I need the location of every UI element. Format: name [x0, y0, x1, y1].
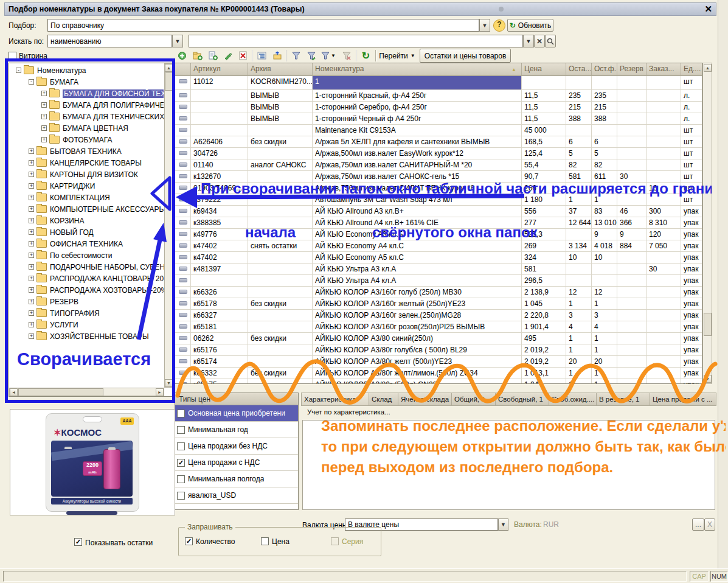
copy-button[interactable]: [206, 49, 220, 62]
tree-item[interactable]: +БУМАГА ДЛЯ ТЕХНИЧЕСКИХ: [10, 111, 164, 122]
price-type-checkbox[interactable]: ✓: [177, 459, 185, 467]
table-row[interactable]: к65178без скидкиАЙКЬЮ КОЛОР А3/160г желт…: [175, 298, 702, 310]
expand-icon[interactable]: +: [29, 218, 34, 223]
tree-item[interactable]: +ФОТОБУМАГА: [10, 134, 164, 145]
tree-item[interactable]: +КАНЦЕЛЯРСКИЕ ТОВАРЫ: [10, 157, 164, 169]
tree-item[interactable]: +УСЛУГИ: [10, 319, 164, 330]
filter-settings-icon[interactable]: [304, 49, 318, 62]
hierarchy-view-icon[interactable]: [255, 49, 269, 62]
stock-column-4[interactable]: Общий, 1: [452, 393, 496, 406]
price-type-checkbox[interactable]: [177, 426, 185, 434]
delete-button[interactable]: [236, 49, 250, 62]
price-type-checkbox[interactable]: [177, 492, 185, 500]
table-vertical-scrollbar[interactable]: ▲ ▼: [702, 63, 712, 384]
price-type-row[interactable]: Основная цена приобретени: [175, 405, 298, 422]
stock-column-7[interactable]: В резерве, 1: [597, 393, 650, 406]
podbor-combobox[interactable]: По справочнику: [47, 19, 479, 32]
tree-item[interactable]: +КОМПЬЮТЕРНЫЕ АКСЕССУАРЫ: [10, 203, 164, 215]
collapse-icon[interactable]: -: [29, 79, 34, 85]
table-row[interactable]: Maintenance Kit C9153A45 000шт: [175, 125, 702, 136]
column-header-ed[interactable]: Ед....: [681, 63, 702, 76]
price-type-checkbox[interactable]: [177, 442, 185, 450]
expand-icon[interactable]: +: [29, 241, 34, 246]
table-row[interactable]: к481397АЙ КЬЮ Ультра А3 кл.А58130упак: [175, 264, 702, 275]
vitrina-checkbox[interactable]: [9, 52, 16, 60]
column-header-artikul[interactable]: Артикул: [191, 63, 248, 76]
tree-item[interactable]: +ОФИСНАЯ ТЕХНИКА: [10, 238, 164, 250]
table-row[interactable]: к65176АЙКЬЮ КОЛОР А3/80г голуб/св ( 500л…: [175, 344, 702, 356]
price-type-checkbox[interactable]: [177, 475, 185, 483]
ask-quantity-checkbox[interactable]: ✓: [185, 537, 193, 545]
tree-item[interactable]: +БЫТОВАЯ ТЕХНИКА: [10, 145, 164, 157]
table-row[interactable]: к47402снять остаткиАЙ КЬЮ Economy А4 кл.…: [175, 240, 702, 252]
filter-by-value-icon[interactable]: [289, 49, 303, 62]
table-row[interactable]: к132670А/ржав,750мл изв.налет САНОКС-гел…: [175, 171, 702, 183]
clear-search-icon[interactable]: ✕: [534, 35, 545, 47]
price-type-row[interactable]: ✓Цена продажи с НДС: [175, 455, 298, 471]
goto-button[interactable]: Перейти ▼: [378, 49, 416, 62]
expand-icon[interactable]: +: [29, 229, 34, 235]
add-group-button[interactable]: [190, 49, 204, 62]
expand-icon[interactable]: +: [29, 299, 34, 304]
tree-item[interactable]: +РАСПРОДАЖА ХОЗТОВАРЫ -20%: [10, 284, 164, 296]
tree-item[interactable]: +РАСПРОДАЖА КАНЦТОВАРЫ 20%: [10, 273, 164, 284]
table-row[interactable]: ВЫМЫВ1-сторонний Серебро, ф-А4 250г11,52…: [175, 102, 702, 113]
stock-column-1[interactable]: Характеристика: [301, 393, 369, 406]
column-header-arhiv[interactable]: Архив: [248, 63, 313, 76]
expand-icon[interactable]: +: [29, 172, 34, 177]
tree-vertical-scrollbar[interactable]: ▲ ▼: [164, 63, 173, 388]
expand-icon[interactable]: +: [29, 183, 34, 189]
tree-item[interactable]: +ПОДАРОЧНЫЕ НАБОРЫ, СУВЕНИ: [10, 261, 164, 273]
edit-button[interactable]: [221, 49, 235, 62]
stock-prices-button[interactable]: Остатки и цены товаров: [420, 49, 511, 63]
tree-item[interactable]: +КОМПЛЕКТАЦИЯ: [10, 192, 164, 203]
table-row[interactable]: к66327АЙКЬЮ КОЛОР А3/160г зелен.(250л)MG…: [175, 310, 702, 321]
expand-icon[interactable]: +: [29, 195, 34, 200]
expand-icon[interactable]: +: [29, 322, 34, 327]
table-row[interactable]: 11012KOCR6NIMH270...1шт: [175, 76, 702, 90]
open-parent-folder-icon[interactable]: [270, 49, 284, 62]
price-type-row[interactable]: Минимальная год: [175, 422, 298, 438]
expand-icon[interactable]: +: [29, 148, 34, 154]
add-button[interactable]: [175, 49, 189, 62]
tree-item[interactable]: +НОВЫЙ ГОД: [10, 226, 164, 238]
tree-item[interactable]: +РЕЗЕРВ: [10, 296, 164, 307]
table-row[interactable]: 01140аналог САНОКСА/ржав,750мл изв.налет…: [175, 159, 702, 171]
column-header-ostatok[interactable]: Оста...: [566, 63, 592, 76]
expand-icon[interactable]: +: [29, 287, 34, 293]
table-row[interactable]: к47402АЙ КЬЮ Economy А5 кл.С3241010упак: [175, 252, 702, 264]
tree-item[interactable]: +КАРТРИДЖИ: [10, 180, 164, 192]
table-row[interactable]: АЙ КЬЮ Ультра А4 кл.А296,5упак: [175, 275, 702, 287]
price-type-row[interactable]: явалюта_USD: [175, 487, 298, 504]
refresh-table-icon[interactable]: ↻: [359, 49, 373, 62]
table-row[interactable]: к66332без скидкиАЙКЬЮ КОЛОР А3/80г желт/…: [175, 368, 702, 379]
table-row[interactable]: к65175АЙКЬЮ КОЛОР А3/80г (500л) GN231 04…: [175, 379, 702, 384]
tree-item[interactable]: -Номенклатура: [10, 65, 164, 76]
search-by-dropdown-icon[interactable]: ▼: [172, 35, 183, 47]
currency-type-dropdown-icon[interactable]: ▼: [498, 518, 508, 531]
expand-icon[interactable]: +: [41, 91, 47, 96]
table-row[interactable]: к69434АЙ КЬЮ Allround A3 кл.В+5563783463…: [175, 206, 702, 217]
tree-item[interactable]: +БУМАГА ДЛЯ ОФИСНОЙ ТЕХ: [10, 88, 164, 99]
expand-icon[interactable]: +: [29, 310, 34, 316]
stock-column-2[interactable]: Склад: [369, 393, 398, 406]
table-row[interactable]: к388385АЙ КЬЮ Allround A4 кл.В+ 161% CIE…: [175, 217, 702, 229]
tree-item[interactable]: +КОРЗИНА: [10, 215, 164, 226]
search-by-combobox[interactable]: наименованию: [47, 35, 172, 47]
expand-icon[interactable]: +: [29, 276, 34, 281]
column-header-zakaz[interactable]: Заказ...: [647, 63, 681, 76]
price-type-row[interactable]: Минимальная полгода: [175, 471, 298, 487]
expand-icon[interactable]: +: [29, 160, 34, 166]
tree-item[interactable]: +БУМАГА ДЛЯ ПОЛИГРАФИЧЕ: [10, 99, 164, 111]
price-type-row[interactable]: Цена продажи без НДС: [175, 438, 298, 455]
column-header-cena[interactable]: Цена: [522, 63, 566, 76]
podbor-dropdown-icon[interactable]: ▼: [479, 19, 490, 32]
pin-icon[interactable]: [499, 7, 504, 12]
tree-item[interactable]: +ТИПОГРАФИЯ: [10, 307, 164, 319]
table-row[interactable]: ВЫМЫВ1-сторонний Черный ф А4 250г11,5388…: [175, 113, 702, 125]
close-icon[interactable]: ✕: [704, 5, 712, 13]
column-header-row-icon-cell[interactable]: [175, 63, 191, 76]
show-remains-checkbox[interactable]: ✓: [74, 538, 82, 546]
table-row[interactable]: к66326АЙКЬЮ КОЛОР А3/160г голуб (250л) M…: [175, 287, 702, 298]
filter-menu-icon[interactable]: ▼: [319, 49, 338, 62]
